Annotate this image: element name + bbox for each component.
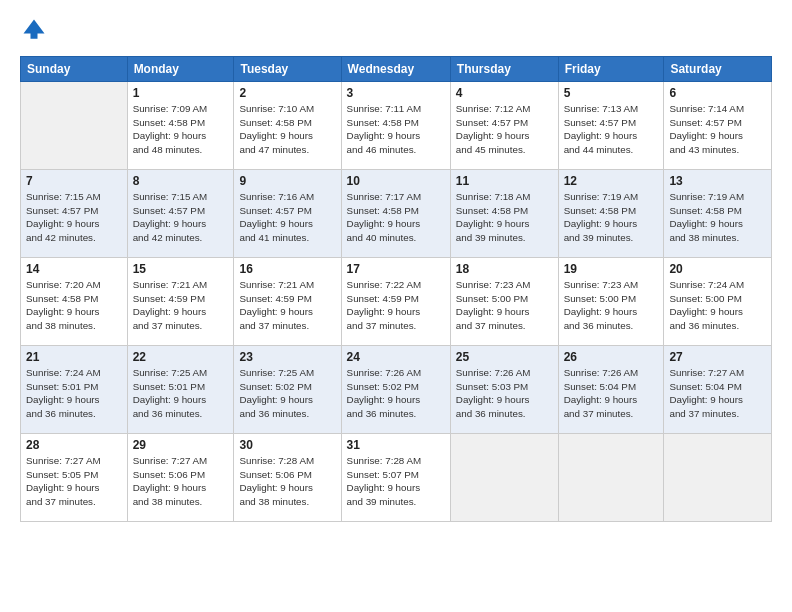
calendar-cell: 29Sunrise: 7:27 AM Sunset: 5:06 PM Dayli… [127,434,234,522]
calendar-cell [21,82,128,170]
day-info: Sunrise: 7:24 AM Sunset: 5:01 PM Dayligh… [26,366,122,421]
day-info: Sunrise: 7:25 AM Sunset: 5:02 PM Dayligh… [239,366,335,421]
day-number: 30 [239,438,335,452]
calendar-header: SundayMondayTuesdayWednesdayThursdayFrid… [21,57,772,82]
day-info: Sunrise: 7:26 AM Sunset: 5:04 PM Dayligh… [564,366,659,421]
day-info: Sunrise: 7:20 AM Sunset: 4:58 PM Dayligh… [26,278,122,333]
day-number: 12 [564,174,659,188]
week-row: 7Sunrise: 7:15 AM Sunset: 4:57 PM Daylig… [21,170,772,258]
day-info: Sunrise: 7:22 AM Sunset: 4:59 PM Dayligh… [347,278,445,333]
day-info: Sunrise: 7:10 AM Sunset: 4:58 PM Dayligh… [239,102,335,157]
day-number: 4 [456,86,553,100]
header [20,16,772,44]
day-number: 10 [347,174,445,188]
day-number: 27 [669,350,766,364]
day-info: Sunrise: 7:19 AM Sunset: 4:58 PM Dayligh… [564,190,659,245]
day-number: 22 [133,350,229,364]
day-number: 7 [26,174,122,188]
calendar-cell: 25Sunrise: 7:26 AM Sunset: 5:03 PM Dayli… [450,346,558,434]
calendar-cell [664,434,772,522]
calendar-cell: 30Sunrise: 7:28 AM Sunset: 5:06 PM Dayli… [234,434,341,522]
day-info: Sunrise: 7:16 AM Sunset: 4:57 PM Dayligh… [239,190,335,245]
calendar-cell: 26Sunrise: 7:26 AM Sunset: 5:04 PM Dayli… [558,346,664,434]
day-number: 14 [26,262,122,276]
svg-rect-1 [31,32,38,39]
calendar-cell: 23Sunrise: 7:25 AM Sunset: 5:02 PM Dayli… [234,346,341,434]
week-row: 28Sunrise: 7:27 AM Sunset: 5:05 PM Dayli… [21,434,772,522]
day-number: 8 [133,174,229,188]
day-number: 1 [133,86,229,100]
header-row: SundayMondayTuesdayWednesdayThursdayFrid… [21,57,772,82]
col-header-thursday: Thursday [450,57,558,82]
logo [20,16,52,44]
calendar-cell: 2Sunrise: 7:10 AM Sunset: 4:58 PM Daylig… [234,82,341,170]
calendar-cell [558,434,664,522]
day-info: Sunrise: 7:23 AM Sunset: 5:00 PM Dayligh… [564,278,659,333]
day-info: Sunrise: 7:18 AM Sunset: 4:58 PM Dayligh… [456,190,553,245]
day-number: 3 [347,86,445,100]
day-info: Sunrise: 7:15 AM Sunset: 4:57 PM Dayligh… [26,190,122,245]
calendar-cell: 12Sunrise: 7:19 AM Sunset: 4:58 PM Dayli… [558,170,664,258]
day-number: 6 [669,86,766,100]
calendar-cell: 15Sunrise: 7:21 AM Sunset: 4:59 PM Dayli… [127,258,234,346]
day-number: 19 [564,262,659,276]
calendar-cell: 1Sunrise: 7:09 AM Sunset: 4:58 PM Daylig… [127,82,234,170]
day-info: Sunrise: 7:21 AM Sunset: 4:59 PM Dayligh… [239,278,335,333]
day-info: Sunrise: 7:27 AM Sunset: 5:06 PM Dayligh… [133,454,229,509]
col-header-saturday: Saturday [664,57,772,82]
day-number: 2 [239,86,335,100]
calendar-cell: 11Sunrise: 7:18 AM Sunset: 4:58 PM Dayli… [450,170,558,258]
day-number: 15 [133,262,229,276]
day-number: 31 [347,438,445,452]
day-number: 16 [239,262,335,276]
calendar-table: SundayMondayTuesdayWednesdayThursdayFrid… [20,56,772,522]
day-info: Sunrise: 7:28 AM Sunset: 5:07 PM Dayligh… [347,454,445,509]
day-info: Sunrise: 7:25 AM Sunset: 5:01 PM Dayligh… [133,366,229,421]
day-info: Sunrise: 7:26 AM Sunset: 5:03 PM Dayligh… [456,366,553,421]
day-number: 26 [564,350,659,364]
day-number: 24 [347,350,445,364]
day-info: Sunrise: 7:15 AM Sunset: 4:57 PM Dayligh… [133,190,229,245]
col-header-tuesday: Tuesday [234,57,341,82]
calendar-cell: 10Sunrise: 7:17 AM Sunset: 4:58 PM Dayli… [341,170,450,258]
day-number: 9 [239,174,335,188]
day-number: 29 [133,438,229,452]
calendar-cell: 4Sunrise: 7:12 AM Sunset: 4:57 PM Daylig… [450,82,558,170]
week-row: 21Sunrise: 7:24 AM Sunset: 5:01 PM Dayli… [21,346,772,434]
day-number: 28 [26,438,122,452]
calendar-cell: 13Sunrise: 7:19 AM Sunset: 4:58 PM Dayli… [664,170,772,258]
day-number: 18 [456,262,553,276]
calendar-body: 1Sunrise: 7:09 AM Sunset: 4:58 PM Daylig… [21,82,772,522]
calendar-cell: 18Sunrise: 7:23 AM Sunset: 5:00 PM Dayli… [450,258,558,346]
calendar-cell: 8Sunrise: 7:15 AM Sunset: 4:57 PM Daylig… [127,170,234,258]
day-number: 5 [564,86,659,100]
day-number: 20 [669,262,766,276]
calendar-cell: 6Sunrise: 7:14 AM Sunset: 4:57 PM Daylig… [664,82,772,170]
day-info: Sunrise: 7:11 AM Sunset: 4:58 PM Dayligh… [347,102,445,157]
day-info: Sunrise: 7:24 AM Sunset: 5:00 PM Dayligh… [669,278,766,333]
day-info: Sunrise: 7:17 AM Sunset: 4:58 PM Dayligh… [347,190,445,245]
calendar-cell: 3Sunrise: 7:11 AM Sunset: 4:58 PM Daylig… [341,82,450,170]
col-header-wednesday: Wednesday [341,57,450,82]
day-info: Sunrise: 7:26 AM Sunset: 5:02 PM Dayligh… [347,366,445,421]
calendar-cell: 21Sunrise: 7:24 AM Sunset: 5:01 PM Dayli… [21,346,128,434]
day-info: Sunrise: 7:21 AM Sunset: 4:59 PM Dayligh… [133,278,229,333]
day-number: 13 [669,174,766,188]
day-info: Sunrise: 7:09 AM Sunset: 4:58 PM Dayligh… [133,102,229,157]
week-row: 14Sunrise: 7:20 AM Sunset: 4:58 PM Dayli… [21,258,772,346]
day-info: Sunrise: 7:23 AM Sunset: 5:00 PM Dayligh… [456,278,553,333]
calendar-page: SundayMondayTuesdayWednesdayThursdayFrid… [0,0,792,612]
day-info: Sunrise: 7:14 AM Sunset: 4:57 PM Dayligh… [669,102,766,157]
col-header-friday: Friday [558,57,664,82]
col-header-sunday: Sunday [21,57,128,82]
calendar-cell: 14Sunrise: 7:20 AM Sunset: 4:58 PM Dayli… [21,258,128,346]
calendar-cell: 9Sunrise: 7:16 AM Sunset: 4:57 PM Daylig… [234,170,341,258]
day-info: Sunrise: 7:13 AM Sunset: 4:57 PM Dayligh… [564,102,659,157]
day-info: Sunrise: 7:27 AM Sunset: 5:04 PM Dayligh… [669,366,766,421]
day-info: Sunrise: 7:19 AM Sunset: 4:58 PM Dayligh… [669,190,766,245]
day-info: Sunrise: 7:12 AM Sunset: 4:57 PM Dayligh… [456,102,553,157]
calendar-cell: 28Sunrise: 7:27 AM Sunset: 5:05 PM Dayli… [21,434,128,522]
week-row: 1Sunrise: 7:09 AM Sunset: 4:58 PM Daylig… [21,82,772,170]
calendar-cell: 16Sunrise: 7:21 AM Sunset: 4:59 PM Dayli… [234,258,341,346]
day-info: Sunrise: 7:27 AM Sunset: 5:05 PM Dayligh… [26,454,122,509]
